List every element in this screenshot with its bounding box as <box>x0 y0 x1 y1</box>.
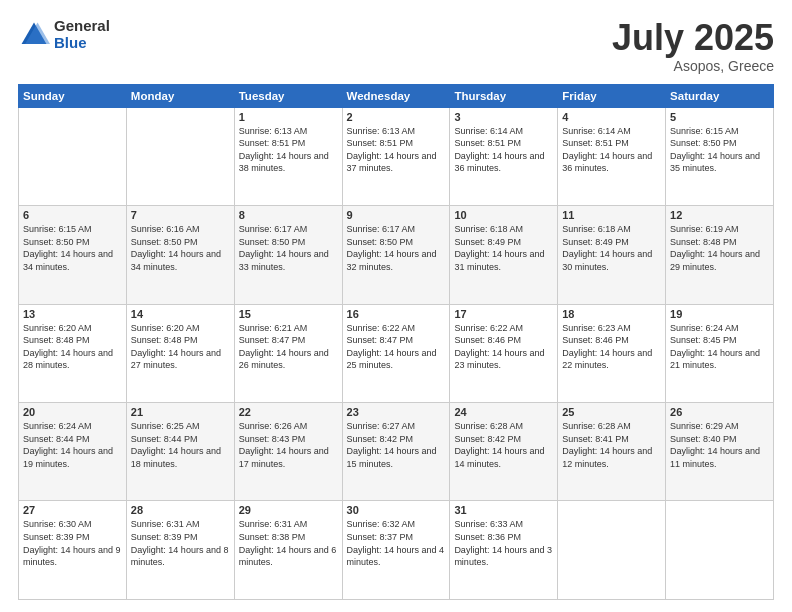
logo-text: General Blue <box>54 18 110 51</box>
calendar-header-row: SundayMondayTuesdayWednesdayThursdayFrid… <box>19 84 774 107</box>
cell-info: Sunrise: 6:14 AM Sunset: 8:51 PM Dayligh… <box>562 125 661 175</box>
calendar-cell: 25Sunrise: 6:28 AM Sunset: 8:41 PM Dayli… <box>558 403 666 501</box>
cell-info: Sunrise: 6:23 AM Sunset: 8:46 PM Dayligh… <box>562 322 661 372</box>
cell-info: Sunrise: 6:21 AM Sunset: 8:47 PM Dayligh… <box>239 322 338 372</box>
calendar-cell: 24Sunrise: 6:28 AM Sunset: 8:42 PM Dayli… <box>450 403 558 501</box>
calendar-cell: 19Sunrise: 6:24 AM Sunset: 8:45 PM Dayli… <box>666 304 774 402</box>
day-number: 13 <box>23 308 122 320</box>
calendar-cell: 6Sunrise: 6:15 AM Sunset: 8:50 PM Daylig… <box>19 206 127 304</box>
day-number: 15 <box>239 308 338 320</box>
day-number: 2 <box>347 111 446 123</box>
calendar-cell: 3Sunrise: 6:14 AM Sunset: 8:51 PM Daylig… <box>450 107 558 205</box>
cell-info: Sunrise: 6:17 AM Sunset: 8:50 PM Dayligh… <box>239 223 338 273</box>
calendar-week-row: 20Sunrise: 6:24 AM Sunset: 8:44 PM Dayli… <box>19 403 774 501</box>
subtitle: Asopos, Greece <box>612 58 774 74</box>
calendar-week-row: 6Sunrise: 6:15 AM Sunset: 8:50 PM Daylig… <box>19 206 774 304</box>
calendar-week-row: 1Sunrise: 6:13 AM Sunset: 8:51 PM Daylig… <box>19 107 774 205</box>
cell-info: Sunrise: 6:22 AM Sunset: 8:46 PM Dayligh… <box>454 322 553 372</box>
calendar-cell: 27Sunrise: 6:30 AM Sunset: 8:39 PM Dayli… <box>19 501 127 600</box>
cell-info: Sunrise: 6:20 AM Sunset: 8:48 PM Dayligh… <box>131 322 230 372</box>
calendar-header-wednesday: Wednesday <box>342 84 450 107</box>
cell-info: Sunrise: 6:15 AM Sunset: 8:50 PM Dayligh… <box>670 125 769 175</box>
calendar-cell: 16Sunrise: 6:22 AM Sunset: 8:47 PM Dayli… <box>342 304 450 402</box>
cell-info: Sunrise: 6:32 AM Sunset: 8:37 PM Dayligh… <box>347 518 446 568</box>
logo: General Blue <box>18 18 110 51</box>
day-number: 25 <box>562 406 661 418</box>
calendar-cell <box>19 107 127 205</box>
calendar-cell: 23Sunrise: 6:27 AM Sunset: 8:42 PM Dayli… <box>342 403 450 501</box>
day-number: 28 <box>131 504 230 516</box>
calendar-header-tuesday: Tuesday <box>234 84 342 107</box>
day-number: 5 <box>670 111 769 123</box>
day-number: 23 <box>347 406 446 418</box>
day-number: 21 <box>131 406 230 418</box>
day-number: 27 <box>23 504 122 516</box>
page: General Blue July 2025 Asopos, Greece Su… <box>0 0 792 612</box>
cell-info: Sunrise: 6:14 AM Sunset: 8:51 PM Dayligh… <box>454 125 553 175</box>
calendar-cell: 5Sunrise: 6:15 AM Sunset: 8:50 PM Daylig… <box>666 107 774 205</box>
cell-info: Sunrise: 6:19 AM Sunset: 8:48 PM Dayligh… <box>670 223 769 273</box>
day-number: 29 <box>239 504 338 516</box>
cell-info: Sunrise: 6:24 AM Sunset: 8:45 PM Dayligh… <box>670 322 769 372</box>
cell-info: Sunrise: 6:18 AM Sunset: 8:49 PM Dayligh… <box>454 223 553 273</box>
calendar-cell: 9Sunrise: 6:17 AM Sunset: 8:50 PM Daylig… <box>342 206 450 304</box>
day-number: 4 <box>562 111 661 123</box>
calendar-table: SundayMondayTuesdayWednesdayThursdayFrid… <box>18 84 774 600</box>
calendar-cell: 4Sunrise: 6:14 AM Sunset: 8:51 PM Daylig… <box>558 107 666 205</box>
day-number: 3 <box>454 111 553 123</box>
day-number: 26 <box>670 406 769 418</box>
day-number: 12 <box>670 209 769 221</box>
logo-blue-text: Blue <box>54 35 110 52</box>
calendar-cell: 12Sunrise: 6:19 AM Sunset: 8:48 PM Dayli… <box>666 206 774 304</box>
calendar-cell: 31Sunrise: 6:33 AM Sunset: 8:36 PM Dayli… <box>450 501 558 600</box>
calendar-cell: 10Sunrise: 6:18 AM Sunset: 8:49 PM Dayli… <box>450 206 558 304</box>
cell-info: Sunrise: 6:29 AM Sunset: 8:40 PM Dayligh… <box>670 420 769 470</box>
day-number: 18 <box>562 308 661 320</box>
calendar-cell: 1Sunrise: 6:13 AM Sunset: 8:51 PM Daylig… <box>234 107 342 205</box>
calendar-week-row: 13Sunrise: 6:20 AM Sunset: 8:48 PM Dayli… <box>19 304 774 402</box>
day-number: 16 <box>347 308 446 320</box>
calendar-cell: 29Sunrise: 6:31 AM Sunset: 8:38 PM Dayli… <box>234 501 342 600</box>
calendar-cell: 2Sunrise: 6:13 AM Sunset: 8:51 PM Daylig… <box>342 107 450 205</box>
calendar-cell: 17Sunrise: 6:22 AM Sunset: 8:46 PM Dayli… <box>450 304 558 402</box>
calendar-cell: 7Sunrise: 6:16 AM Sunset: 8:50 PM Daylig… <box>126 206 234 304</box>
calendar-header-sunday: Sunday <box>19 84 127 107</box>
logo-icon <box>18 19 50 51</box>
day-number: 17 <box>454 308 553 320</box>
cell-info: Sunrise: 6:13 AM Sunset: 8:51 PM Dayligh… <box>239 125 338 175</box>
day-number: 11 <box>562 209 661 221</box>
cell-info: Sunrise: 6:18 AM Sunset: 8:49 PM Dayligh… <box>562 223 661 273</box>
logo-general-text: General <box>54 18 110 35</box>
day-number: 24 <box>454 406 553 418</box>
calendar-cell: 30Sunrise: 6:32 AM Sunset: 8:37 PM Dayli… <box>342 501 450 600</box>
calendar-header-saturday: Saturday <box>666 84 774 107</box>
calendar-cell <box>666 501 774 600</box>
calendar-cell: 20Sunrise: 6:24 AM Sunset: 8:44 PM Dayli… <box>19 403 127 501</box>
calendar-cell: 22Sunrise: 6:26 AM Sunset: 8:43 PM Dayli… <box>234 403 342 501</box>
calendar-cell: 26Sunrise: 6:29 AM Sunset: 8:40 PM Dayli… <box>666 403 774 501</box>
cell-info: Sunrise: 6:31 AM Sunset: 8:38 PM Dayligh… <box>239 518 338 568</box>
day-number: 31 <box>454 504 553 516</box>
cell-info: Sunrise: 6:15 AM Sunset: 8:50 PM Dayligh… <box>23 223 122 273</box>
cell-info: Sunrise: 6:31 AM Sunset: 8:39 PM Dayligh… <box>131 518 230 568</box>
cell-info: Sunrise: 6:26 AM Sunset: 8:43 PM Dayligh… <box>239 420 338 470</box>
cell-info: Sunrise: 6:28 AM Sunset: 8:41 PM Dayligh… <box>562 420 661 470</box>
day-number: 30 <box>347 504 446 516</box>
calendar-cell <box>558 501 666 600</box>
day-number: 20 <box>23 406 122 418</box>
day-number: 10 <box>454 209 553 221</box>
day-number: 7 <box>131 209 230 221</box>
calendar-header-thursday: Thursday <box>450 84 558 107</box>
cell-info: Sunrise: 6:28 AM Sunset: 8:42 PM Dayligh… <box>454 420 553 470</box>
cell-info: Sunrise: 6:30 AM Sunset: 8:39 PM Dayligh… <box>23 518 122 568</box>
cell-info: Sunrise: 6:17 AM Sunset: 8:50 PM Dayligh… <box>347 223 446 273</box>
calendar-cell: 15Sunrise: 6:21 AM Sunset: 8:47 PM Dayli… <box>234 304 342 402</box>
day-number: 22 <box>239 406 338 418</box>
day-number: 1 <box>239 111 338 123</box>
day-number: 19 <box>670 308 769 320</box>
main-title: July 2025 <box>612 18 774 58</box>
day-number: 14 <box>131 308 230 320</box>
calendar-header-monday: Monday <box>126 84 234 107</box>
cell-info: Sunrise: 6:25 AM Sunset: 8:44 PM Dayligh… <box>131 420 230 470</box>
cell-info: Sunrise: 6:22 AM Sunset: 8:47 PM Dayligh… <box>347 322 446 372</box>
